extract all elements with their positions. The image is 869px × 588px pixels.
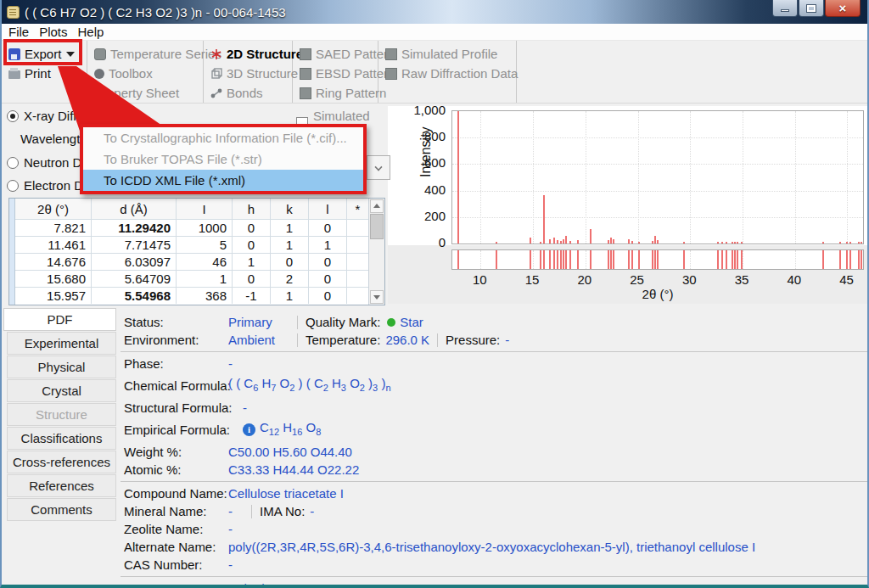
zeolite-name-value: - <box>228 520 233 538</box>
tab-experimental[interactable]: Experimental <box>7 332 116 355</box>
empirical-formula-value: C12 H16 O8 <box>260 417 321 443</box>
simulated-profile-button: Simulated Profile <box>385 44 511 64</box>
table-cell: 15.680 <box>15 271 92 287</box>
scroll-up-button[interactable] <box>370 199 384 213</box>
table-cell: 7.71475 <box>92 237 177 253</box>
close-button[interactable]: × <box>825 0 861 17</box>
tab-comments[interactable]: Comments <box>7 498 116 521</box>
scroll-down-button[interactable] <box>370 290 384 304</box>
diffraction-peak-tick <box>457 250 459 269</box>
diffraction-peak <box>657 240 659 244</box>
divider <box>297 316 298 329</box>
section-divider <box>121 576 869 577</box>
radio-icon <box>7 180 19 192</box>
diffraction-peak-tick <box>657 250 659 269</box>
diffraction-peak-tick <box>631 250 633 269</box>
toolbox-button: Toolbox <box>94 64 198 83</box>
menu-file[interactable]: File <box>8 25 29 39</box>
export-label: Export <box>25 47 61 61</box>
tab-pdf[interactable]: PDF <box>3 308 116 331</box>
cas-number-value: - <box>228 556 233 574</box>
table-row[interactable]: 7.82111.294201000010 <box>15 219 368 236</box>
section-divider <box>121 481 869 482</box>
table-row-margin <box>9 199 15 305</box>
diffraction-peak-tick <box>610 250 612 269</box>
wavelength-dropdown[interactable] <box>367 155 390 180</box>
menu-item-export-topas: To Bruker TOPAS File (*.str) <box>83 148 363 170</box>
chart-stick-strip[interactable] <box>451 249 864 270</box>
table-row[interactable]: 15.9575.54968368-110 <box>15 287 368 304</box>
table-cell <box>347 220 368 236</box>
diffraction-peak <box>726 242 727 244</box>
tab-classifications[interactable]: Classifications <box>7 427 116 450</box>
compound-name-label: Compound Name: <box>124 484 228 502</box>
toolbox-icon <box>94 69 104 79</box>
table-cell: 7.821 <box>15 220 92 236</box>
column-header[interactable]: h <box>233 199 271 219</box>
maximize-button[interactable] <box>799 0 824 17</box>
xray-diffraction-radio[interactable]: X-ray Diffraction <box>7 109 115 123</box>
menu-help[interactable]: Help <box>78 25 104 39</box>
tab-references[interactable]: References <box>7 474 116 497</box>
diffraction-peak-tick <box>721 250 723 269</box>
chevron-down-icon <box>374 163 382 171</box>
column-header[interactable]: * <box>347 199 368 219</box>
column-header[interactable]: l <box>309 199 347 219</box>
table-row[interactable]: 15.6805.647091020 <box>15 270 368 287</box>
diffraction-peak <box>846 242 848 244</box>
table-cell: 1 <box>271 237 309 253</box>
menu-plots[interactable]: Plots <box>39 25 67 39</box>
quality-mark-label: Quality Mark: <box>306 313 380 331</box>
table-cell: 0 <box>309 288 347 304</box>
minimize-button[interactable] <box>772 0 798 17</box>
table-row[interactable]: 14.6766.0309746100 <box>15 253 368 270</box>
tab-cross-references[interactable]: Cross-references <box>7 451 116 473</box>
diffraction-peak-tick <box>553 250 555 269</box>
diffraction-peak-tick <box>628 250 630 269</box>
x-tick-label: 15 <box>515 272 549 287</box>
column-header[interactable]: d (Å) <box>92 199 177 219</box>
diffraction-peak-tick <box>839 250 841 269</box>
table-scrollbar[interactable] <box>368 199 384 305</box>
phase-label: Phase: <box>124 355 228 372</box>
diffraction-peak <box>631 241 633 244</box>
table-cell: 11.29420 <box>92 220 177 236</box>
simulated-profile-label: Simulated Profile <box>401 47 497 61</box>
diffraction-peak-tick <box>726 250 727 269</box>
table-cell: 0 <box>271 254 309 270</box>
mineral-name-label: Mineral Name: <box>124 502 228 520</box>
compound-name-value[interactable]: Cellulose triacetate I <box>228 484 344 502</box>
column-header[interactable]: k <box>271 199 309 219</box>
table-cell <box>347 237 368 253</box>
2d-structure-button[interactable]: 2D Structure <box>210 44 287 64</box>
diffraction-peak-tick <box>560 250 562 269</box>
diffraction-peak <box>549 239 551 244</box>
menu-item-export-icdd-xml[interactable]: To ICDD XML File (*.xml) <box>83 170 363 191</box>
ring-pattern-label: Ring Pattern <box>316 86 386 100</box>
tab-physical[interactable]: Physical <box>7 356 116 378</box>
ring-pattern-button: Ring Pattern <box>300 83 373 103</box>
y-tick-label: 0 <box>388 235 446 249</box>
scrollbar-thumb[interactable] <box>370 214 384 239</box>
diffraction-peak <box>839 242 841 244</box>
2d-structure-label: 2D Structure <box>227 47 303 61</box>
column-header[interactable]: 2θ (°) <box>15 199 92 219</box>
tab-crystal[interactable]: Crystal <box>7 379 116 402</box>
info-icon[interactable]: i <box>243 423 255 436</box>
y-tick-label: 600 <box>388 155 446 170</box>
bonds-label: Bonds <box>227 86 263 100</box>
diffraction-peak <box>563 239 564 244</box>
export-button[interactable]: Export <box>8 44 81 64</box>
table-grid[interactable]: 2θ (°)d (Å)Ihkl*7.82111.29420100001011.4… <box>15 199 368 305</box>
save-icon <box>8 48 20 60</box>
column-header[interactable]: I <box>177 199 233 219</box>
table-row[interactable]: 11.4617.714755011 <box>15 236 368 253</box>
chart-plot-area[interactable] <box>451 110 864 244</box>
diffraction-peak-tick <box>846 250 848 269</box>
diffraction-peak-tick <box>563 250 564 269</box>
table-cell: -1 <box>233 288 271 304</box>
print-button[interactable]: Print <box>8 64 81 83</box>
ima-no-label: IMA No: <box>260 502 305 520</box>
saed-pattern-icon <box>300 48 311 60</box>
phase-value: - <box>228 355 233 372</box>
